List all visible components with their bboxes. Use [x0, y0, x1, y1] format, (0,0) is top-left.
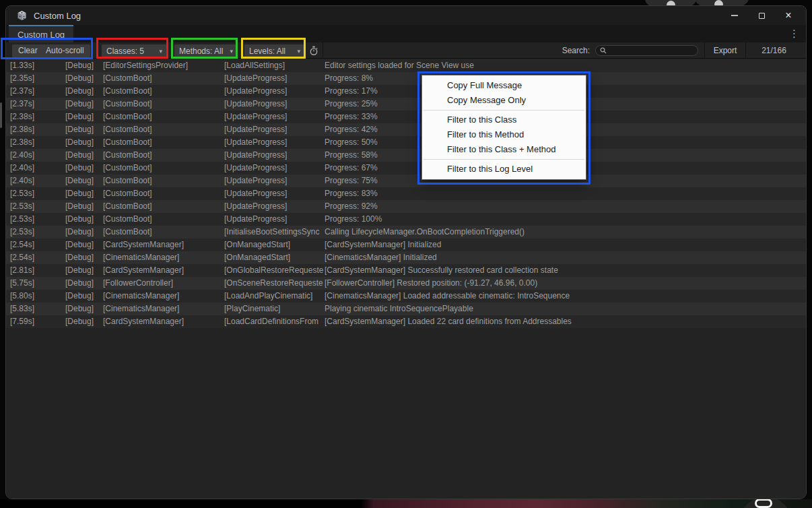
log-class: [CinematicsManager]	[103, 290, 224, 303]
log-level: [Debug]	[65, 303, 103, 315]
log-row[interactable]: [2.40s] [Debug] [CustomBoot] [UpdateProg…	[6, 174, 806, 187]
log-class: [CustomBoot]	[103, 85, 224, 98]
toolbar: Clear Auto-scroll Classes: 5 ▾ Methods: …	[6, 42, 806, 59]
log-row[interactable]: [2.35s] [Debug] [CustomBoot] [UpdateProg…	[6, 72, 806, 85]
log-time: [2.35s]	[10, 72, 65, 85]
log-row[interactable]: [2.40s] [Debug] [CustomBoot] [UpdateProg…	[6, 149, 806, 162]
log-level: [Debug]	[65, 200, 103, 213]
log-row[interactable]: [2.40s] [Debug] [CustomBoot] [UpdateProg…	[6, 162, 806, 174]
log-method: [UpdateProgress]	[224, 187, 325, 200]
classes-dropdown[interactable]: Classes: 5 ▾	[102, 44, 167, 57]
log-row[interactable]: [2.38s] [Debug] [CustomBoot] [UpdateProg…	[6, 110, 806, 123]
log-row[interactable]: [5.83s] [Debug] [CinematicsManager] [Pla…	[6, 303, 806, 315]
log-method: [LoadAllSettings]	[224, 59, 325, 72]
search-icon	[600, 47, 607, 54]
log-method: [LoadAndPlayCinematic]	[224, 290, 325, 303]
context-menu-item[interactable]: Filter to this Class	[423, 113, 585, 127]
levels-dropdown-label: Levels: All	[249, 46, 285, 56]
log-method: [LoadCardDefinitionsFrom	[224, 315, 325, 328]
log-time: [2.53s]	[10, 187, 65, 200]
log-row[interactable]: [2.53s] [Debug] [CustomBoot] [UpdateProg…	[6, 187, 806, 200]
log-level: [Debug]	[65, 136, 103, 149]
methods-dropdown-label: Methods: All	[179, 46, 223, 56]
log-level: [Debug]	[65, 264, 103, 277]
log-method: [UpdateProgress]	[224, 123, 325, 136]
log-message: [FollowerController] Restored position: …	[325, 277, 806, 290]
log-time: [2.40s]	[10, 174, 65, 187]
autoscroll-button[interactable]: Auto-scroll	[40, 44, 90, 57]
log-level: [Debug]	[65, 187, 103, 200]
log-class: [CustomBoot]	[103, 187, 224, 200]
log-message: Progress: 92%	[325, 200, 806, 213]
chevron-down-icon: ▾	[159, 48, 162, 55]
stopwatch-icon[interactable]	[309, 46, 318, 56]
log-time: [7.59s]	[10, 315, 65, 328]
log-row[interactable]: [2.38s] [Debug] [CustomBoot] [UpdateProg…	[6, 123, 806, 136]
log-row[interactable]: [1.33s] [Debug] [EditorSettingsProvider]…	[6, 59, 806, 72]
log-row[interactable]: [2.53s] [Debug] [CustomBoot] [UpdateProg…	[6, 200, 806, 213]
log-method: [UpdateProgress]	[224, 98, 325, 110]
log-time: [2.37s]	[10, 85, 65, 98]
log-row[interactable]: [2.37s] [Debug] [CustomBoot] [UpdateProg…	[6, 98, 806, 110]
log-row[interactable]: [2.53s] [Debug] [CustomBoot] [Initialise…	[6, 226, 806, 239]
log-row[interactable]: [2.81s] [Debug] [CardSystemManager] [OnG…	[6, 264, 806, 277]
close-button[interactable]: ×	[775, 6, 802, 25]
log-row[interactable]: [2.54s] [Debug] [CinematicsManager] [OnM…	[6, 251, 806, 264]
search-input[interactable]	[609, 46, 693, 55]
tab-label: Custom Log	[18, 30, 65, 40]
log-method: [UpdateProgress]	[224, 174, 325, 187]
log-level: [Debug]	[65, 110, 103, 123]
maximize-button[interactable]	[748, 6, 775, 25]
log-time: [5.83s]	[10, 303, 65, 315]
log-level: [Debug]	[65, 123, 103, 136]
log-method: [InitialiseBootSettingsSync	[224, 226, 325, 239]
log-class: [CustomBoot]	[103, 162, 224, 174]
context-menu-item[interactable]: Filter to this Method	[423, 127, 585, 142]
log-row[interactable]: [2.38s] [Debug] [CustomBoot] [UpdateProg…	[6, 136, 806, 149]
context-menu-item[interactable]: Copy Message Only	[423, 93, 585, 108]
log-method: [UpdateProgress]	[224, 162, 325, 174]
custom-log-window: Custom Log × Custom Log ⋮ Clear Auto-scr…	[5, 5, 807, 499]
log-message: [CinematicsManager] Initialized	[325, 251, 806, 264]
minimize-button[interactable]	[721, 6, 748, 25]
log-row[interactable]: [2.53s] [Debug] [CustomBoot] [UpdateProg…	[6, 213, 806, 226]
log-class: [CinematicsManager]	[103, 251, 224, 264]
log-method: [UpdateProgress]	[224, 213, 325, 226]
log-method: [UpdateProgress]	[224, 149, 325, 162]
log-method: [UpdateProgress]	[224, 136, 325, 149]
log-row[interactable]: [5.75s] [Debug] [FollowerController] [On…	[6, 277, 806, 290]
context-menu-item[interactable]: Filter to this Class + Method	[423, 142, 585, 157]
log-time: [5.80s]	[10, 290, 65, 303]
context-menu-item[interactable]: Copy Full Message	[423, 78, 585, 93]
log-rows: [1.33s] [Debug] [EditorSettingsProvider]…	[6, 59, 806, 499]
screen: Custom Log × Custom Log ⋮ Clear Auto-scr…	[0, 0, 812, 508]
log-method: [PlayCinematic]	[224, 303, 325, 315]
levels-dropdown[interactable]: Levels: All ▾	[244, 44, 305, 57]
log-method: [UpdateProgress]	[224, 200, 325, 213]
tab-custom-log[interactable]: Custom Log	[9, 25, 73, 42]
context-menu-separator	[424, 110, 584, 110]
dice-app-icon	[16, 10, 28, 21]
maximize-icon	[759, 13, 765, 19]
log-message: Calling LifecycleManager.OnBootCompletio…	[325, 226, 806, 239]
log-time: [2.54s]	[10, 239, 65, 251]
close-icon: ×	[785, 10, 791, 21]
export-button[interactable]: Export	[705, 42, 745, 59]
context-menu-item[interactable]: Filter to this Log Level	[423, 162, 585, 177]
log-time: [2.38s]	[10, 110, 65, 123]
search-label: Search:	[541, 42, 590, 59]
log-time: [2.40s]	[10, 162, 65, 174]
clear-button[interactable]: Clear	[12, 44, 44, 57]
methods-dropdown[interactable]: Methods: All ▾	[174, 44, 238, 57]
log-row[interactable]: [5.80s] [Debug] [CinematicsManager] [Loa…	[6, 290, 806, 303]
title-bar: Custom Log ×	[6, 6, 806, 25]
log-row[interactable]: [7.59s] [Debug] [CardSystemManager] [Loa…	[6, 315, 806, 328]
log-row[interactable]: [2.37s] [Debug] [CustomBoot] [UpdateProg…	[6, 85, 806, 98]
log-class: [CustomBoot]	[103, 200, 224, 213]
log-message: [CardSystemManager] Successfully restore…	[325, 264, 806, 277]
log-message: [CardSystemManager] Loaded 22 card defin…	[325, 315, 806, 328]
chevron-down-icon: ▾	[230, 48, 233, 55]
window-title: Custom Log	[34, 11, 81, 21]
tab-overflow-menu-icon[interactable]: ⋮	[789, 28, 799, 40]
log-row[interactable]: [2.54s] [Debug] [CardSystemManager] [OnM…	[6, 239, 806, 251]
